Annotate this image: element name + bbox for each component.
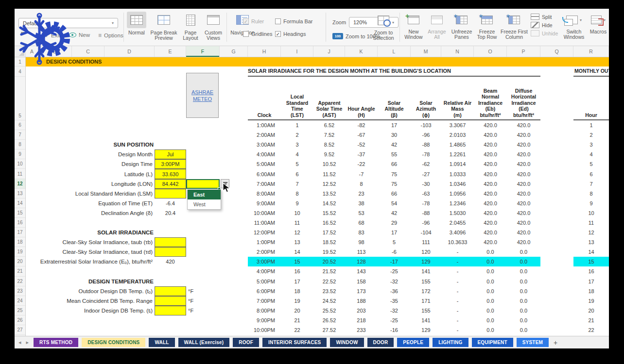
zoom-to-selection-button[interactable]: Zoom to Selection	[371, 13, 396, 41]
ashrae-meteo-link[interactable]: ASHRAE METEO	[186, 73, 219, 118]
row-header[interactable]: 11	[15, 169, 25, 179]
row-header[interactable]: 16	[15, 218, 25, 228]
sheet-tab[interactable]: DESIGN CONDITIONS	[82, 338, 145, 347]
table-row[interactable]: 11:00AM 11 16.52 68 29 -96 2.0455 420.0 …	[248, 218, 540, 228]
row-header[interactable]: 19	[15, 247, 25, 257]
input-cell[interactable]: 3:00PM	[155, 159, 186, 169]
input-cell[interactable]	[155, 306, 186, 315]
hour-cell[interactable]: 13	[573, 237, 609, 247]
page-break-preview-button[interactable]: Page Break Preview	[149, 12, 179, 41]
input-cell[interactable]: -6.4	[155, 199, 186, 208]
input-cell[interactable]: 420	[155, 257, 186, 266]
row-header[interactable]: 12	[15, 179, 25, 189]
table-row[interactable]: 9:00PM 21 26.52 218 -25 141 - 0.0 0.0	[248, 315, 540, 325]
hour-cell[interactable]: 5	[573, 159, 609, 169]
ruler-checkbox[interactable]: ✓ Ruler	[243, 18, 264, 24]
hour-cell[interactable]: 18	[573, 286, 609, 296]
table-row[interactable]: 1:00AM 1 6.52 -82 17 -103 3.3067 420.0 4…	[248, 120, 540, 130]
column-header[interactable]: M	[411, 46, 441, 57]
input-cell[interactable]	[155, 286, 186, 296]
row-header[interactable]: 18	[15, 237, 25, 247]
hour-cell[interactable]: 22	[573, 325, 609, 335]
headings-checkbox[interactable]: ✓ Headings	[275, 31, 306, 37]
table-row[interactable]: 5:00PM 17 22.52 158 -32 155 - 0.0 0.0	[248, 277, 540, 286]
input-cell[interactable]	[155, 189, 186, 199]
sheet-tab[interactable]: SYSTEM	[517, 338, 549, 347]
hour-cell[interactable]: 1	[573, 120, 609, 130]
column-header[interactable]: G	[220, 46, 248, 57]
freeze-top-row-button[interactable]: ∗ Freeze Top Row	[475, 13, 499, 40]
table-row[interactable]: 8:00PM 20 25.52 203 -32 155 - 0.0 0.0	[248, 306, 540, 315]
table-row[interactable]: 1:00PM 13 18.52 98 5 111 10.3633 420.0 4…	[248, 237, 540, 247]
sheet-view-selector[interactable]: Default ▾	[18, 18, 118, 28]
row-header[interactable]: 21	[15, 266, 25, 276]
column-header[interactable]: D	[104, 46, 155, 57]
table-row[interactable]: 7:00PM 19 24.52 188 -35 171 - 0.0 0.0	[248, 296, 540, 306]
row-header[interactable]: 24	[15, 296, 25, 306]
row-header[interactable]: 15	[15, 208, 25, 218]
input-cell[interactable]	[155, 247, 186, 257]
column-header[interactable]: N	[441, 46, 474, 57]
table-row[interactable]: 2:00PM 14 19.52 113 -6 120 - 0.0 0.0	[248, 247, 540, 257]
exit-sheet-view-button[interactable]: → Exit	[43, 32, 60, 39]
column-header[interactable]: L	[378, 46, 411, 57]
column-header[interactable]: P	[507, 46, 540, 57]
input-cell[interactable]: 20.4	[155, 208, 186, 218]
row-header[interactable]: 1	[15, 57, 25, 66]
hour-cell[interactable]: 9	[573, 199, 609, 208]
table-row[interactable]: 3:00PM 15 20.52 128 -17 129 - 0.0 0.0	[248, 257, 540, 266]
worksheet-grid[interactable]: 1456789101112131415161718192021222324252…	[15, 57, 609, 336]
row-header[interactable]: 14	[15, 199, 25, 208]
normal-view-button[interactable]: Normal	[125, 12, 148, 35]
freeze-first-column-button[interactable]: ∗ Freeze First Column	[500, 13, 529, 40]
selected-cell-f12[interactable]	[186, 179, 220, 189]
table-row[interactable]: 10:00AM 10 15.52 53 42 -88 1.5030 420.0 …	[248, 208, 540, 218]
table-row[interactable]: 3:00AM 3 8.52 -52 42 -88 1.4865 420.0 42…	[248, 140, 540, 149]
gridlines-checkbox[interactable]: Gridlines	[243, 31, 272, 37]
table-row[interactable]: 2:00AM 2 7.52 -67 30 -96 2.0103 420.0 42…	[248, 130, 540, 140]
row-header[interactable]: 10	[15, 159, 25, 169]
hour-cell[interactable]: 11	[573, 218, 609, 228]
column-header[interactable]: C	[72, 46, 104, 57]
hour-cell[interactable]: 12	[573, 228, 609, 237]
add-sheet-button[interactable]: +	[554, 339, 557, 346]
table-row[interactable]: 4:00AM 4 9.52 -37 55 -78 1.2261 420.0 42…	[248, 149, 540, 159]
formula-bar-checkbox[interactable]: Formula Bar	[275, 18, 313, 24]
sheet-tab[interactable]: RTS METHOD	[34, 338, 78, 347]
row-header[interactable]: 20	[15, 257, 25, 266]
row-header[interactable]: 26	[15, 315, 25, 325]
row-header[interactable]: 6	[15, 120, 25, 130]
sheet-tab[interactable]: DOOR	[367, 338, 394, 347]
split-button[interactable]: Split	[531, 14, 558, 20]
sheet-tab[interactable]: INTERIOR SURFACES	[262, 338, 327, 347]
column-header[interactable]: Q	[540, 46, 573, 57]
table-row[interactable]: 8:00AM 8 13.52 23 66 -63 1.0956 420.0 42…	[248, 189, 540, 199]
column-header[interactable]: J	[313, 46, 345, 57]
custom-views-button[interactable]: Custom Views	[202, 12, 225, 41]
input-cell[interactable]: 33.630	[155, 169, 186, 179]
row-header[interactable]: 9	[15, 149, 25, 159]
page-layout-button[interactable]: Page Layout	[180, 12, 201, 41]
column-header[interactable]: O	[474, 46, 507, 57]
switch-windows-button[interactable]: ▾ Switch Windows	[562, 13, 586, 40]
new-sheet-view-button[interactable]: New	[69, 32, 90, 38]
row-header[interactable]: 13	[15, 189, 25, 199]
row-header[interactable]: 22	[15, 277, 25, 286]
hour-cell[interactable]: 8	[573, 189, 609, 199]
sheet-tab[interactable]: EQUIPMENT	[472, 338, 513, 347]
hour-cell[interactable]: 16	[573, 266, 609, 276]
new-window-button[interactable]: + New Window	[402, 13, 425, 40]
row-header[interactable]: 5	[15, 77, 25, 120]
table-row[interactable]: 10:00PM 22 27.52 233 -16 129 - 0.0 0.0	[248, 325, 540, 335]
input-cell[interactable]: 84.442	[155, 179, 186, 189]
sheet-tab[interactable]: LIGHTING	[433, 338, 468, 347]
hour-cell[interactable]: 6	[573, 169, 609, 179]
input-cell[interactable]	[155, 237, 186, 247]
sheet-tab[interactable]: WINDOW	[330, 338, 364, 347]
table-row[interactable]: 6:00PM 18 23.52 173 -36 172 - 0.0 0.0	[248, 286, 540, 296]
row-header[interactable]: 23	[15, 286, 25, 296]
hour-cell[interactable]: 17	[573, 277, 609, 286]
hour-cell[interactable]: 3	[573, 140, 609, 149]
table-row[interactable]: 4:00PM 16 21.52 143 -25 141 - 0.0 0.0	[248, 266, 540, 276]
column-header[interactable]: F	[186, 46, 220, 57]
